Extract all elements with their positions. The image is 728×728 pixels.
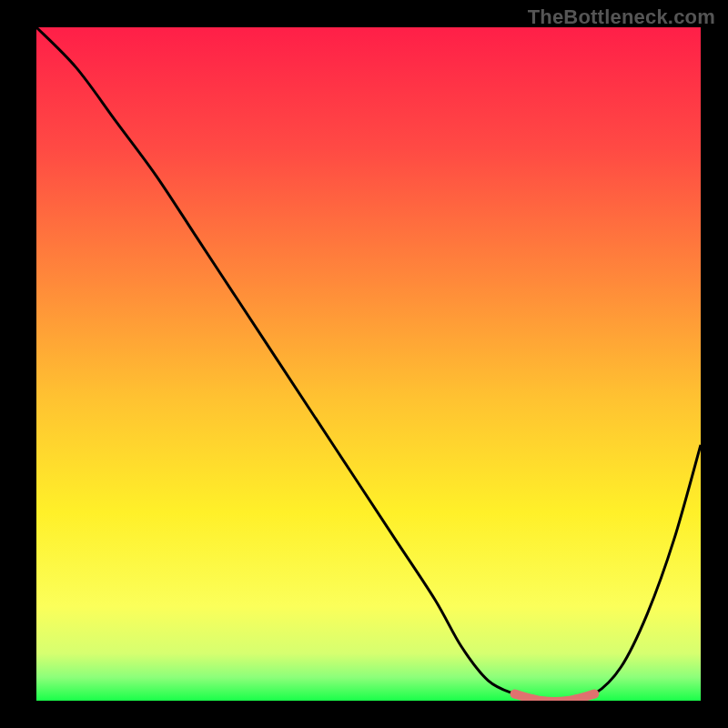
frame-border [701, 0, 728, 728]
frame-border [0, 0, 36, 728]
frame-border [0, 701, 728, 728]
chart-frame: TheBottleneck.com [0, 0, 728, 728]
watermark-text: TheBottleneck.com [528, 5, 715, 29]
plot-background [36, 27, 701, 701]
bottleneck-chart [0, 0, 728, 728]
